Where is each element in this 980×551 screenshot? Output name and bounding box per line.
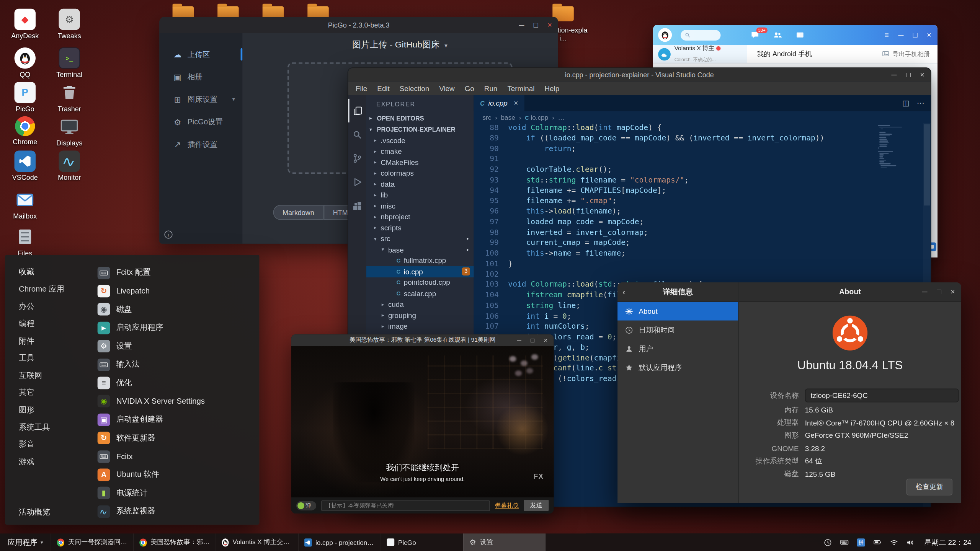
close-icon[interactable]: × <box>927 31 931 39</box>
tree-item-src[interactable]: ▾src● <box>366 233 474 245</box>
menu-app-Livepatch[interactable]: ↻Livepatch <box>93 282 260 300</box>
task-button-PicGo[interactable]: PicGo <box>381 533 463 551</box>
maximize-icon[interactable]: □ <box>906 71 911 79</box>
menu-view[interactable]: View <box>434 85 459 92</box>
applications-menu-button[interactable]: 应用程序 ▾ <box>0 533 51 551</box>
keyboard-icon[interactable] <box>840 538 849 547</box>
device-name-field[interactable] <box>805 389 959 403</box>
minimize-icon[interactable]: ─ <box>898 31 903 39</box>
desktop-icon-trasher[interactable]: Trasher <box>49 82 89 113</box>
task-button-Volantis X 博主交流协会[interactable]: Volantis X 博主交流协会 <box>216 533 298 551</box>
sidebar-item-PicGo设置[interactable]: ⚙PicGo设置 <box>159 111 242 133</box>
volume-icon[interactable] <box>906 538 915 546</box>
task-button-天问一号探测器回地...[interactable]: 天问一号探测器回地... <box>51 533 133 551</box>
picgo-titlebar[interactable]: PicGo - 2.3.0-beta.3 ─□× <box>159 17 558 33</box>
menu-category-互联网[interactable]: 互联网 <box>5 367 93 384</box>
tree-item-cuda[interactable]: ▸cuda <box>366 299 474 310</box>
etiquette-link[interactable]: 弹幕礼仪 <box>495 501 519 509</box>
task-button-美国恐怖故事：邪教...[interactable]: 美国恐怖故事：邪教... <box>133 533 216 551</box>
network-icon[interactable] <box>890 538 898 546</box>
minimize-icon[interactable]: ─ <box>517 337 521 343</box>
menu-help[interactable]: Help <box>539 85 564 92</box>
tree-item-base[interactable]: ▾base● <box>366 244 474 255</box>
messages-icon[interactable]: 33+ <box>751 31 760 39</box>
maximize-icon[interactable]: □ <box>913 31 918 39</box>
tree-item-colormaps[interactable]: ▸colormaps <box>366 168 474 179</box>
maximize-icon[interactable]: □ <box>531 337 534 343</box>
qq-header[interactable]: 33+ ≡─□× <box>653 25 938 45</box>
desktop-icon-monitor[interactable]: Monitor <box>49 150 89 181</box>
task-button-io.cpp - projection-ex...[interactable]: io.cpp - projection-ex... <box>298 533 381 551</box>
contacts-icon[interactable] <box>773 31 782 39</box>
send-button[interactable]: 发送 <box>524 500 549 511</box>
activity-git-icon[interactable] <box>348 146 366 170</box>
close-icon[interactable]: × <box>544 337 548 343</box>
settings-item-日期和时间[interactable]: 日期和时间 <box>617 321 738 339</box>
desktop-icon-anydesk[interactable]: ◆AnyDesk <box>5 9 45 40</box>
menu-icon[interactable]: ≡ <box>885 31 889 39</box>
sidebar-item-相册[interactable]: ▣相册 <box>159 65 242 88</box>
tab-my-android-phone[interactable]: 我的 Android 手机 <box>757 49 812 59</box>
more-actions-icon[interactable]: ⋯ <box>917 99 924 108</box>
breadcrumb-item[interactable]: base <box>501 113 515 121</box>
activity-extensions-icon[interactable] <box>348 194 366 217</box>
vscode-titlebar[interactable]: io.cpp - projection-explainer - Visual S… <box>348 68 931 82</box>
settings-item-About[interactable]: About <box>617 302 738 321</box>
settings-item-用户[interactable]: 用户 <box>617 339 738 358</box>
tree-item-CMakeFiles[interactable]: ▸CMakeFiles <box>366 157 474 168</box>
breadcrumb[interactable]: src›base›C io.cpp›… <box>474 111 931 123</box>
desktop-icon-tweaks[interactable]: ⚙Tweaks <box>49 9 89 40</box>
desktop-icon-qq[interactable]: QQ <box>5 47 45 78</box>
menu-app-输入法[interactable]: 输入法 <box>93 355 260 374</box>
menu-app-系统监视器[interactable]: 系统监视器 <box>93 502 260 521</box>
search-box[interactable] <box>681 30 720 41</box>
maximize-icon[interactable]: □ <box>534 21 538 29</box>
menu-app-启动盘创建器[interactable]: ▣启动盘创建器 <box>93 411 260 429</box>
tree-item-grouping[interactable]: ▸grouping <box>366 310 474 321</box>
menu-app-Fcitx 配置[interactable]: Fcitx 配置 <box>93 264 260 282</box>
menu-app-优化[interactable]: ≡优化 <box>93 374 260 392</box>
tree-item-data[interactable]: ▸data <box>366 179 474 190</box>
export-photos-button[interactable]: 导出手机相册 <box>882 50 930 59</box>
minimize-icon[interactable]: ─ <box>519 21 524 29</box>
maximize-icon[interactable]: □ <box>937 288 941 296</box>
back-icon[interactable]: ‹ <box>622 287 626 296</box>
tree-item-scalar.cpp[interactable]: Cscalar.cpp <box>366 288 474 299</box>
activity-search-icon[interactable] <box>348 122 366 146</box>
check-updates-button[interactable]: 检查更新 <box>906 479 952 496</box>
breadcrumb-item[interactable]: … <box>558 113 564 121</box>
tree-item-scripts[interactable]: ▸scripts <box>366 222 474 233</box>
minimize-icon[interactable]: ─ <box>922 288 928 296</box>
menu-category-系统工具[interactable]: 系统工具 <box>5 419 93 436</box>
danmaku-input[interactable] <box>321 500 490 511</box>
tree-item-pointcloud.cpp[interactable]: Cpointcloud.cpp <box>366 277 474 288</box>
menu-app-Ubuntu 软件[interactable]: AUbuntu 软件 <box>93 466 260 484</box>
clock[interactable]: 星期二 22：24 <box>924 538 971 547</box>
split-editor-icon[interactable]: ◫ <box>902 99 910 108</box>
format-button-markdown[interactable]: Markdown <box>273 205 323 220</box>
tree-item-misc[interactable]: ▸misc <box>366 201 474 212</box>
info-icon[interactable]: i <box>164 230 172 238</box>
close-icon[interactable]: × <box>514 99 518 108</box>
open-editors-section[interactable]: ▸ OPEN EDITORS <box>366 112 474 124</box>
menu-file[interactable]: File <box>351 85 372 92</box>
danmaku-toggle[interactable]: 弹 <box>296 501 316 510</box>
menu-category-图形[interactable]: 图形 <box>5 401 93 419</box>
desktop-icon-displays[interactable]: Displays <box>49 116 89 147</box>
video-titlebar[interactable]: 美国恐怖故事：邪教 第七季 第06集在线观看 | 91美剧网 ─□× <box>291 334 554 346</box>
minimize-icon[interactable]: ─ <box>892 71 897 79</box>
menu-go[interactable]: Go <box>460 85 479 92</box>
close-icon[interactable]: × <box>951 288 955 296</box>
upload-target-selector[interactable]: 图片上传 - GitHub图床▼ <box>242 39 558 51</box>
menu-app-软件更新器[interactable]: ↻软件更新器 <box>93 429 260 447</box>
desktop-icon-mailbox[interactable]: Mailbox <box>5 189 45 220</box>
desktop-icon-picgo[interactable]: PPicGo <box>5 82 45 113</box>
contact-item[interactable]: Volantis X 博主 Colorch. 不确定的... <box>653 45 747 63</box>
menu-category-游戏[interactable]: 游戏 <box>5 453 93 471</box>
activities-overview-link[interactable]: 活动概览 <box>19 507 50 518</box>
menu-app-启动应用程序[interactable]: ▶启动应用程序 <box>93 319 260 337</box>
menu-category-其它[interactable]: 其它 <box>5 384 93 401</box>
folder-panel-icon[interactable] <box>795 31 804 39</box>
menu-terminal[interactable]: Terminal <box>502 85 539 92</box>
tree-item-cmake[interactable]: ▸cmake <box>366 146 474 157</box>
